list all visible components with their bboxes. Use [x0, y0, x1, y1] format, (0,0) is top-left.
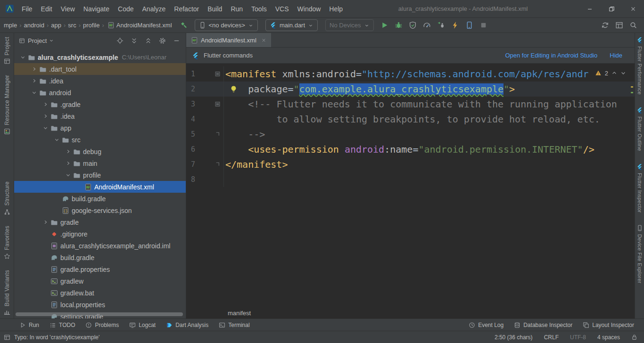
open-in-android-studio-link[interactable]: Open for Editing in Android Studio	[505, 52, 597, 59]
tree-collapse-chevron-icon[interactable]	[41, 124, 50, 132]
menu-analyze[interactable]: Analyze	[138, 0, 170, 18]
breadcrumb-androidmanifest-xml[interactable]: AndroidManifest.xml	[116, 22, 172, 29]
tree-row-android[interactable]: android	[14, 87, 186, 98]
code-line-2[interactable]: 2 package="com.example.alura_crashlytics…	[186, 82, 635, 97]
run-button[interactable]	[379, 19, 391, 32]
tree-row-build-gradle[interactable]: build.gradle	[14, 252, 186, 263]
settings-icon[interactable]	[159, 37, 166, 44]
debug-button[interactable]	[393, 19, 405, 32]
project-view-selector[interactable]: Project	[28, 37, 54, 44]
tree-collapse-chevron-icon[interactable]	[19, 54, 27, 61]
tool-window-button-structure[interactable]: Structure	[4, 181, 10, 215]
tree-expand-chevron-icon[interactable]	[64, 160, 72, 167]
error-stripe-typo-mark[interactable]	[631, 92, 633, 93]
device-manager-button[interactable]	[463, 19, 476, 32]
minimize-button[interactable]	[579, 0, 601, 18]
code-line-4[interactable]: 4 to allow setting breakpoints, to provi…	[186, 112, 635, 127]
tool-window-button-todo[interactable]: TODO	[44, 319, 80, 331]
tree-collapse-chevron-icon[interactable]	[30, 89, 38, 97]
layout-editor-button[interactable]	[613, 19, 625, 32]
tree-row-build-gradle[interactable]: build.gradle	[14, 193, 186, 204]
tool-window-button-project[interactable]: Project	[4, 37, 10, 65]
code-line-3[interactable]: 3 <!-- Flutter needs it to communicate w…	[186, 97, 635, 112]
fold-collapse-icon[interactable]	[215, 101, 221, 107]
profile-button[interactable]	[421, 19, 433, 32]
tree-row-gradlew[interactable]: gradlew	[14, 275, 186, 287]
menu-navigate[interactable]: Navigate	[79, 0, 114, 18]
prev-problem-icon[interactable]	[611, 70, 617, 76]
sync-project-button[interactable]	[599, 19, 611, 32]
tool-window-button-flutter-performance[interactable]: Flutter Performance	[636, 37, 643, 95]
tree-row-app[interactable]: app	[14, 122, 186, 134]
tool-window-button-run[interactable]: Run	[14, 319, 44, 331]
tool-window-button-build-variants[interactable]: Build Variants	[4, 270, 10, 316]
menu-window[interactable]: Window	[293, 0, 325, 18]
tree-expand-chevron-icon[interactable]	[30, 77, 38, 85]
code-line-1[interactable]: 1<manifest xmlns:android="http://schemas…	[186, 66, 635, 82]
close-tab-icon[interactable]	[261, 38, 266, 43]
code-editor[interactable]: 1<manifest xmlns:android="http://schemas…	[186, 64, 635, 307]
tool-window-button-event-log[interactable]: Event Log	[463, 322, 509, 328]
intention-bulb-icon[interactable]	[230, 85, 238, 93]
hide-icon[interactable]	[173, 37, 180, 44]
tree-row-idea[interactable]: .idea	[14, 75, 186, 87]
expand-all-icon[interactable]	[131, 37, 138, 44]
tool-window-button-layout-inspector[interactable]: Layout Inspector	[578, 322, 639, 328]
indent-setting[interactable]: 4 spaces	[597, 334, 620, 341]
tree-collapse-chevron-icon[interactable]	[53, 136, 61, 144]
tree-row-local-properties[interactable]: local.properties	[14, 299, 186, 310]
tool-window-button-logcat[interactable]: Logcat	[124, 319, 161, 331]
tree-expand-chevron-icon[interactable]	[41, 219, 50, 226]
hide-banner-link[interactable]: Hide	[610, 52, 622, 59]
tree-expand-chevron-icon[interactable]	[41, 113, 50, 120]
tree-row-src[interactable]: src	[14, 134, 186, 146]
file-encoding[interactable]: UTF-8	[570, 334, 586, 341]
tree-row-main[interactable]: main	[14, 157, 186, 169]
menu-edit[interactable]: Edit	[37, 0, 57, 18]
tool-window-button-terminal[interactable]: Terminal	[214, 319, 255, 331]
tree-row-google-services-json[interactable]: {}google-services.json	[14, 204, 186, 216]
tree-expand-chevron-icon[interactable]	[64, 148, 72, 155]
menu-view[interactable]: View	[57, 0, 79, 18]
tree-row-alura-crashlyticsexample[interactable]: alura_crashlyticsexampleC:\Users\Leonar	[14, 51, 186, 63]
tool-window-button-problems[interactable]: Problems	[80, 319, 124, 331]
tree-expand-chevron-icon[interactable]	[30, 65, 38, 73]
breadcrumb-manifest-tag[interactable]: manifest	[228, 310, 251, 317]
tool-window-button-flutter-outline[interactable]: Flutter Outline	[636, 107, 643, 151]
breadcrumb-mple[interactable]: mple	[4, 22, 17, 29]
tool-window-button-device-file-explorer[interactable]: Device File Explorer	[636, 225, 643, 283]
tree-expand-chevron-icon[interactable]	[41, 101, 50, 108]
attach-debugger-button[interactable]	[435, 19, 447, 32]
inspections-widget[interactable]: 2	[592, 68, 629, 78]
code-line-5[interactable]: 5 -->	[186, 127, 635, 142]
line-separator[interactable]: CRLF	[544, 334, 559, 341]
menu-vcs[interactable]: VCS	[271, 0, 293, 18]
tree-row-gradle[interactable]: gradle	[14, 216, 186, 228]
tree-row-profile[interactable]: profile	[14, 169, 186, 181]
tool-window-button-resource-manager[interactable]: Resource Manager	[4, 75, 10, 135]
tree-row-gitignore[interactable]: .gitignore	[14, 228, 186, 240]
tree-row-gradlew-bat[interactable]: gradlew.bat	[14, 287, 186, 299]
tree-row-androidmanifest-xml[interactable]: MFAndroidManifest.xml	[14, 181, 186, 193]
tool-windows-icon[interactable]	[4, 334, 10, 341]
tool-window-button-flutter-inspector[interactable]: Flutter Inspector	[636, 163, 643, 213]
menu-refactor[interactable]: Refactor	[170, 0, 203, 18]
menu-tools[interactable]: Tools	[247, 0, 271, 18]
code-line-7[interactable]: 7</manifest>	[186, 157, 635, 172]
menu-code[interactable]: Code	[114, 0, 138, 18]
tree-row-gradle[interactable]: .gradle	[14, 98, 186, 110]
tree-row-idea[interactable]: .idea	[14, 110, 186, 122]
breadcrumb-profile[interactable]: profile	[83, 22, 99, 29]
menu-file[interactable]: File	[17, 0, 37, 18]
tool-window-button-database-inspector[interactable]: Database Inspector	[509, 322, 578, 328]
run-config-dropdown[interactable]: main.dart	[265, 19, 318, 31]
tab-androidmanifest-xml[interactable]: MF AndroidManifest.xml	[186, 33, 271, 47]
menu-help[interactable]: Help	[325, 0, 347, 18]
breadcrumb-src[interactable]: src	[68, 22, 76, 29]
tree-row-gradle-properties[interactable]: gradle.properties	[14, 263, 186, 275]
tree-row-dart-tool[interactable]: .dart_tool	[14, 63, 186, 75]
tree-row-alura-crashlyticsexample-android-iml[interactable]: alura_crashlyticsexample_android.iml	[14, 240, 186, 252]
restore-button[interactable]	[601, 0, 622, 18]
search-everywhere-button[interactable]	[627, 19, 639, 32]
device-selector-dropdown[interactable]: <no devices>	[195, 19, 258, 31]
